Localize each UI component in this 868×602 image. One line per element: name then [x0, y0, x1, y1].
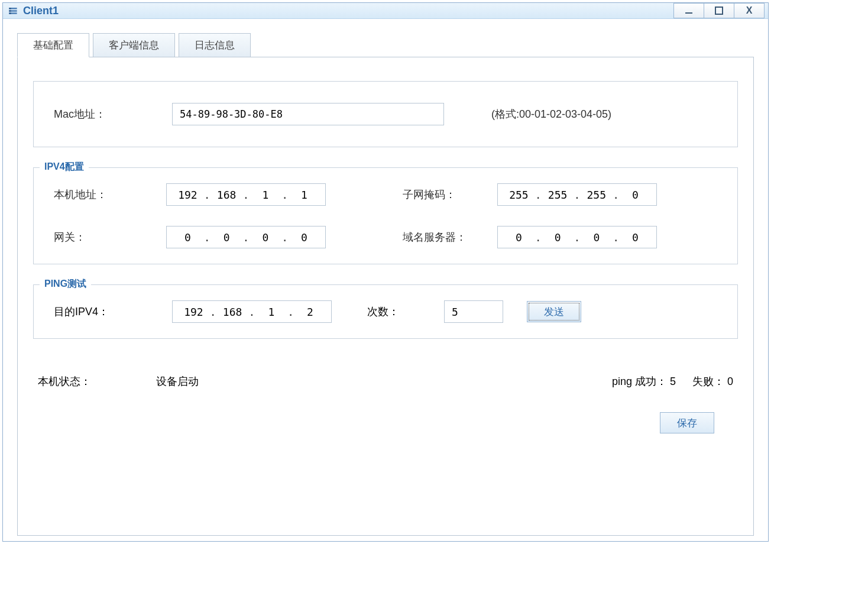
ip-octet[interactable] — [292, 231, 316, 244]
ping-result: ping 成功： 5 失败： 0 — [612, 374, 733, 389]
ip-octet[interactable] — [585, 231, 608, 244]
dns-label: 域名服务器： — [403, 230, 497, 244]
mac-hint: (格式:00-01-02-03-04-05) — [491, 107, 611, 121]
ipv4-legend: IPV4配置 — [40, 161, 89, 173]
close-icon: X — [746, 5, 753, 16]
dns-input[interactable]: . . . — [497, 226, 657, 248]
ip-octet[interactable] — [215, 189, 238, 201]
gateway-label: 网关： — [54, 230, 166, 244]
ping-fail-label: 失败： — [692, 376, 724, 387]
ip-octet[interactable] — [260, 306, 283, 318]
window-controls: X — [674, 3, 765, 18]
ip-octet[interactable] — [215, 231, 238, 244]
count-input[interactable] — [444, 300, 503, 323]
ping-success-label: ping 成功： — [612, 376, 667, 387]
ip-octet[interactable] — [298, 306, 322, 318]
svg-rect-0 — [685, 12, 692, 14]
status-label: 本机状态： — [38, 374, 156, 389]
dest-ip-input[interactable]: . . . — [172, 300, 332, 323]
ip-octet[interactable] — [507, 231, 530, 244]
ip-octet[interactable] — [176, 231, 199, 244]
send-button[interactable]: 发送 — [527, 301, 581, 322]
minimize-button[interactable] — [673, 3, 704, 18]
count-label: 次数： — [367, 305, 444, 319]
ip-octet[interactable] — [254, 231, 277, 244]
tab-panel-basic: Mac地址： (格式:00-01-02-03-04-05) IPV4配置 本机地… — [17, 57, 754, 536]
tab-log-info[interactable]: 日志信息 — [179, 33, 251, 57]
save-row: 保存 — [33, 412, 738, 433]
dest-ip-label: 目的IPV4： — [54, 305, 172, 319]
ip-octet[interactable] — [182, 306, 205, 318]
ping-fail: 失败： 0 — [692, 374, 733, 389]
close-button[interactable]: X — [734, 3, 765, 18]
ip-octet[interactable] — [623, 231, 647, 244]
ip-octet[interactable] — [585, 189, 608, 201]
tab-client-info[interactable]: 客户端信息 — [93, 33, 175, 57]
mac-input[interactable] — [172, 103, 444, 125]
ipv4-fieldset: IPV4配置 本机地址： . . . 子网掩码： . . . — [33, 167, 738, 264]
local-ip-input[interactable]: . . . — [166, 183, 326, 206]
mac-section: Mac地址： (格式:00-01-02-03-04-05) — [33, 81, 738, 147]
ip-octet[interactable] — [254, 189, 277, 201]
ping-legend: PING测试 — [40, 278, 91, 290]
ping-success: ping 成功： 5 — [612, 374, 676, 389]
save-button[interactable]: 保存 — [660, 412, 714, 433]
window-title: Client1 — [23, 5, 674, 17]
svg-rect-1 — [715, 7, 723, 14]
mask-input[interactable]: . . . — [497, 183, 657, 206]
mask-label: 子网掩码： — [403, 187, 497, 202]
tabs-header: 基础配置 客户端信息 日志信息 — [17, 33, 754, 57]
gateway-input[interactable]: . . . — [166, 226, 326, 248]
app-icon — [7, 4, 20, 17]
app-window: Client1 X 基础配置 客户端信息 日志信息 Mac地址： (格式:00-… — [2, 2, 769, 542]
maximize-button[interactable] — [704, 3, 734, 18]
ip-octet[interactable] — [623, 189, 647, 201]
mac-label: Mac地址： — [54, 107, 172, 121]
titlebar: Client1 X — [3, 3, 768, 19]
ip-octet[interactable] — [546, 189, 569, 201]
ping-success-value: 5 — [670, 376, 676, 387]
tab-basic-config[interactable]: 基础配置 — [17, 33, 89, 57]
ping-fieldset: PING测试 目的IPV4： . . . 次数： 发送 — [33, 284, 738, 339]
local-ip-label: 本机地址： — [54, 187, 166, 202]
status-value: 设备启动 — [156, 374, 612, 389]
ping-fail-value: 0 — [727, 376, 733, 387]
ip-octet[interactable] — [176, 189, 199, 201]
ip-octet[interactable] — [546, 231, 569, 244]
content-area: 基础配置 客户端信息 日志信息 Mac地址： (格式:00-01-02-03-0… — [3, 19, 768, 550]
ip-octet[interactable] — [507, 189, 530, 201]
status-row: 本机状态： 设备启动 ping 成功： 5 失败： 0 — [33, 374, 738, 389]
ip-octet[interactable] — [221, 306, 244, 318]
ip-octet[interactable] — [292, 189, 316, 201]
